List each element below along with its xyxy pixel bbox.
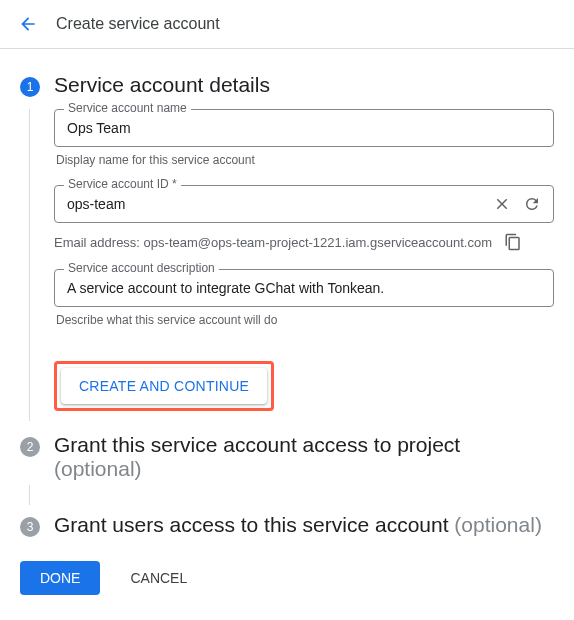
step-3-title[interactable]: Grant users access to this service accou… — [54, 513, 542, 537]
step-3-indicator: 3 — [20, 517, 40, 537]
step-1-title: Service account details — [54, 73, 270, 97]
service-account-description-label: Service account description — [64, 261, 219, 275]
service-account-name-helper: Display name for this service account — [56, 153, 554, 167]
close-icon[interactable] — [492, 194, 512, 214]
refresh-icon[interactable] — [522, 194, 542, 214]
step-1-indicator: 1 — [20, 77, 40, 97]
back-arrow-icon[interactable] — [16, 12, 40, 36]
highlight-box: CREATE AND CONTINUE — [54, 361, 274, 411]
step-2-title[interactable]: Grant this service account access to pro… — [54, 433, 460, 481]
done-button[interactable]: DONE — [20, 561, 100, 595]
step-2-optional: (optional) — [54, 457, 142, 480]
email-address-text: Email address: ops-team@ops-team-project… — [54, 235, 492, 250]
step-connector — [29, 109, 30, 421]
step-2-title-text: Grant this service account access to pro… — [54, 433, 460, 456]
service-account-id-label: Service account ID * — [64, 177, 181, 191]
cancel-button[interactable]: CANCEL — [124, 569, 193, 587]
step-3-title-text: Grant users access to this service accou… — [54, 513, 449, 536]
step-2-indicator: 2 — [20, 437, 40, 457]
service-account-name-label: Service account name — [64, 101, 191, 115]
copy-icon[interactable] — [504, 233, 522, 251]
page-title: Create service account — [56, 15, 220, 33]
step-connector-2 — [29, 485, 30, 505]
create-and-continue-button[interactable]: CREATE AND CONTINUE — [61, 368, 267, 404]
step-3-optional: (optional) — [454, 513, 542, 536]
service-account-description-helper: Describe what this service account will … — [56, 313, 554, 327]
